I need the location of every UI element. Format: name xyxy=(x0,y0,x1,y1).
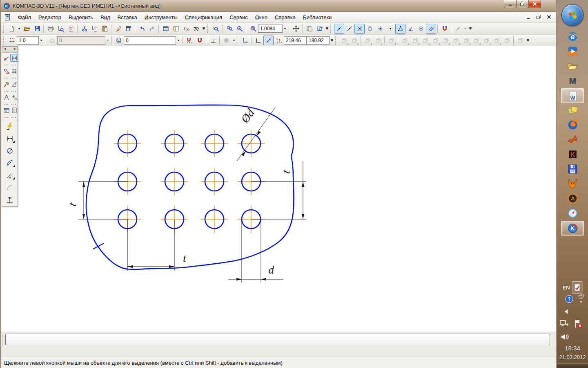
category-parameterization[interactable] xyxy=(10,80,18,88)
toolbar-overflow-button[interactable] xyxy=(325,24,329,33)
3d-operation-1[interactable] xyxy=(339,36,349,45)
category-editing[interactable] xyxy=(2,80,10,88)
menu-8[interactable]: Сервис xyxy=(226,13,252,22)
state-dropdown[interactable] xyxy=(105,36,110,45)
panel-grip[interactable] xyxy=(4,63,8,65)
taskbar-internet-explorer[interactable]: e xyxy=(561,29,584,43)
menu-6[interactable]: Инструменты xyxy=(141,13,181,22)
taskbar-download-manager[interactable] xyxy=(561,177,584,191)
panel-grip[interactable] xyxy=(11,63,16,65)
toolbar-overflow-button[interactable] xyxy=(468,24,472,33)
state-indicator[interactable] xyxy=(47,36,57,45)
taskbar-kompas-3d[interactable]: K xyxy=(561,221,584,236)
panel-menu-icon[interactable]: ▼ xyxy=(4,48,7,51)
panel-grip[interactable] xyxy=(11,76,16,79)
zoom-by-frame[interactable] xyxy=(211,24,221,34)
panel-grip[interactable] xyxy=(11,89,16,92)
layout-switcher-icon[interactable] xyxy=(572,281,583,294)
3d-operation-7[interactable] xyxy=(410,36,420,45)
snap-circle[interactable] xyxy=(365,24,375,34)
menu-1[interactable]: Файл xyxy=(14,13,35,22)
3d-operation-4[interactable] xyxy=(373,36,383,45)
zoom-value-dropdown[interactable] xyxy=(283,24,287,33)
cut[interactable] xyxy=(79,24,89,34)
taskbar-kaspersky[interactable]: K xyxy=(561,147,584,161)
category-measurements[interactable] xyxy=(2,93,10,101)
pan[interactable] xyxy=(291,24,301,34)
toolbar-grip[interactable] xyxy=(335,36,337,45)
copy-properties[interactable] xyxy=(113,24,123,34)
snap-parallel[interactable] xyxy=(426,24,436,34)
3d-operation-10[interactable] xyxy=(441,36,451,45)
help-tray-icon[interactable]: ? xyxy=(565,294,574,303)
category-geometry[interactable] xyxy=(2,54,10,62)
category-dimensions[interactable] xyxy=(10,54,18,62)
snap-grid-point[interactable] xyxy=(385,24,395,34)
taskbar-backup-tool[interactable] xyxy=(561,162,584,176)
layer-field[interactable]: 0 xyxy=(124,36,176,45)
expressions[interactable]: f(x) xyxy=(181,24,191,34)
panel-grip[interactable] xyxy=(4,76,8,79)
zoom-in[interactable] xyxy=(234,24,245,34)
panel-grip[interactable] xyxy=(11,102,16,105)
toolbar-grip[interactable] xyxy=(207,25,209,33)
tool-diameter-dimension[interactable] xyxy=(4,146,16,156)
tool-linear-dimension[interactable] xyxy=(4,134,16,144)
snap-angle[interactable] xyxy=(405,24,416,34)
copy[interactable] xyxy=(89,24,100,34)
category-reports[interactable] xyxy=(10,106,18,114)
state-field[interactable]: 0 xyxy=(57,36,105,45)
snaps-setup[interactable] xyxy=(439,24,450,34)
menu-5[interactable]: Вставка xyxy=(114,13,140,22)
grid-toggle[interactable] xyxy=(221,36,232,45)
3d-operation-16[interactable] xyxy=(502,36,512,45)
menu-10[interactable]: Справка xyxy=(271,13,299,22)
network-tray-icon[interactable] xyxy=(559,319,570,331)
menu-7[interactable]: Спецификация xyxy=(181,13,226,22)
refresh-view[interactable] xyxy=(314,24,325,34)
tool-arc-dimension[interactable] xyxy=(4,183,16,193)
coordinates-icon[interactable]: Yx xyxy=(274,36,284,45)
restore-button[interactable] xyxy=(516,0,529,8)
3d-operation-6[interactable] xyxy=(400,36,410,45)
tool-auto-dimension[interactable] xyxy=(4,121,16,131)
taskbar-firefox[interactable] xyxy=(561,118,584,132)
snap-middle[interactable] xyxy=(344,24,354,34)
menu-4[interactable]: Вид xyxy=(97,13,114,22)
zoom-selected[interactable] xyxy=(248,24,258,34)
zoom-value-field[interactable]: 1.0084 xyxy=(258,25,283,33)
y-coordinate-field[interactable]: 180.92 xyxy=(307,36,330,45)
taskbar-media-player[interactable] xyxy=(561,44,584,58)
show-hidden-icons-button[interactable] xyxy=(563,308,570,315)
taskbar-safari[interactable] xyxy=(561,206,584,220)
snap-nearest-point[interactable] xyxy=(334,24,344,34)
3d-operation-14[interactable] xyxy=(481,36,492,45)
step-dropdown[interactable] xyxy=(39,36,44,45)
local-snap-dropdown[interactable] xyxy=(463,24,468,33)
snap-intersection[interactable] xyxy=(354,24,365,34)
close-button[interactable] xyxy=(528,0,541,8)
menu-11[interactable]: Библиотеки xyxy=(299,13,335,22)
3d-operation-15[interactable] xyxy=(492,36,502,45)
3d-operation-13[interactable] xyxy=(471,36,481,45)
toolbar-overflow-button[interactable] xyxy=(526,36,530,45)
grid-dropdown[interactable] xyxy=(232,36,236,45)
panel-close-icon[interactable]: ✕ xyxy=(13,48,16,51)
show-sheet[interactable] xyxy=(304,24,314,34)
3d-operation-9[interactable] xyxy=(430,36,441,45)
category-specification[interactable] xyxy=(2,106,10,114)
document-icon[interactable] xyxy=(4,14,11,21)
tool-angular-dimension[interactable] xyxy=(4,171,16,180)
copy-by-angle[interactable] xyxy=(208,36,218,45)
taskbar-aimp[interactable]: A xyxy=(561,191,584,205)
ortho-drawing[interactable] xyxy=(253,36,263,45)
category-designations[interactable] xyxy=(2,67,10,75)
local-coordinate-system[interactable] xyxy=(240,36,250,45)
mdi-minimize-button[interactable] xyxy=(526,14,532,20)
panel-grip[interactable] xyxy=(11,115,16,118)
snaps-toggle[interactable] xyxy=(194,36,205,45)
start-button[interactable] xyxy=(561,4,584,26)
minimize-button[interactable] xyxy=(504,0,517,8)
taskbar-matlab[interactable] xyxy=(561,132,584,146)
taskbar-ms-word[interactable]: W xyxy=(561,88,584,103)
